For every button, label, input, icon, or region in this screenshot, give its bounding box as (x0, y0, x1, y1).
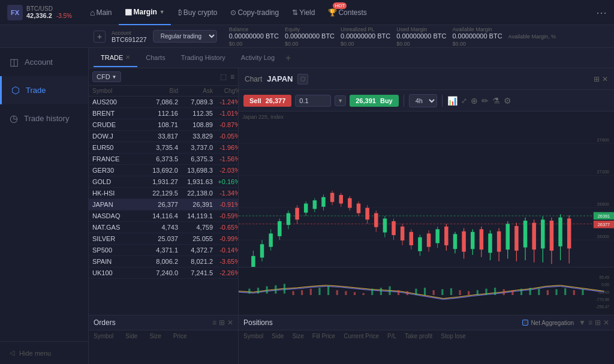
symbol-name: NASDAQ (92, 212, 143, 219)
chart-title-label: Chart (245, 75, 262, 83)
tab-activity-log[interactable]: Activity Log (234, 49, 282, 67)
symbol-sort-button[interactable]: ⬚ (220, 73, 227, 81)
nav-more-button[interactable]: ⋯ (594, 4, 609, 22)
symbol-row[interactable]: AUS2007,086.27,089.3-1.24% (89, 97, 238, 108)
positions-close-button[interactable]: ✕ (603, 318, 609, 327)
positions-col-header: Side (272, 333, 284, 339)
positions-col-headers: SymbolSideSizeFill PriceCurrent PriceP/L… (239, 330, 614, 342)
svg-rect-73 (497, 231, 501, 252)
positions-panel: Positions Net Aggregation ▼ ≡ ⊞ ✕ Symbol… (239, 315, 614, 364)
symbol-row[interactable]: EUR503,735.43,737.0-1.96% (89, 142, 238, 154)
sell-button[interactable]: Sell 26,377 (243, 95, 291, 107)
add-tab-button[interactable]: + (285, 53, 291, 64)
symbol-name: GER30 (92, 167, 143, 174)
symbol-bid: 4,743 (143, 224, 178, 231)
price-value: 42,336.2 (26, 12, 52, 19)
symbol-row[interactable]: GOLD1,931.271,931.63+0.16% (89, 176, 238, 188)
symbol-change: -2.03% (213, 167, 238, 174)
orders-header: Orders ≡ ⊞ ✕ (89, 315, 238, 330)
nav-main[interactable]: ⌂ Main (84, 0, 118, 25)
svg-rect-35 (330, 193, 335, 202)
symbol-row[interactable]: NAT.GAS4,7434,759-0.65% (89, 222, 238, 233)
nav-contests[interactable]: HOT 🏆 Contests (322, 0, 372, 25)
svg-rect-154 (441, 289, 443, 295)
svg-rect-81 (532, 223, 536, 250)
svg-rect-165 (538, 288, 540, 295)
positions-filter-button[interactable]: ▼ (579, 318, 586, 327)
chart-indicator-button[interactable]: ⤢ (461, 97, 467, 105)
chart-settings-button[interactable]: ⚙ (504, 96, 511, 106)
orders-col-header: Symbol (94, 333, 113, 339)
trading-type-select[interactable]: Regular trading (153, 30, 217, 43)
history-icon: ◷ (10, 113, 18, 124)
chart-measure-button[interactable]: ⚗ (492, 96, 500, 106)
orders-close-button[interactable]: ✕ (227, 318, 233, 327)
symbol-row[interactable]: FRANCE6,373.56,375.3-1.56% (89, 154, 238, 165)
symbol-change: -1.96% (213, 144, 238, 151)
symbol-row[interactable]: SILVER25.03725.055-0.99% (89, 233, 238, 245)
sidebar-item-trade-history[interactable]: ◷ Trade history (0, 104, 88, 133)
symbol-row[interactable]: GER3013,692.013,698.3-2.03% (89, 165, 238, 176)
tab-close-icon[interactable]: ✕ (125, 54, 130, 61)
symbol-row[interactable]: DOW.J33,81733,829-0.05% (89, 131, 238, 142)
buy-price-button[interactable]: 26,391 Buy (350, 95, 399, 107)
available-margin-value: 0.00000000 BTC (452, 32, 502, 40)
symbol-change: -2.26% (213, 269, 238, 276)
hide-menu-button[interactable]: ◁ Hide menu (0, 341, 88, 364)
toolbar-sep-2 (442, 95, 443, 107)
symbol-row[interactable]: SP5004,371.14,372.7-0.14% (89, 245, 238, 256)
main-layout: ◫ Account ⬡ Trade ◷ Trade history ◁ Hide… (0, 48, 614, 364)
sidebar-item-account[interactable]: ◫ Account (0, 48, 88, 76)
tab-charts[interactable]: Charts (139, 49, 172, 67)
chart-type-button[interactable]: 📊 (447, 96, 458, 106)
chart-draw-button[interactable]: ✏ (481, 96, 489, 106)
svg-rect-77 (514, 226, 519, 251)
sidebar-account-label: Account (25, 58, 53, 67)
chart-expand-button[interactable]: ⊞ (594, 75, 600, 83)
svg-rect-151 (415, 288, 417, 295)
symbol-row[interactable]: UK1007,240.07,241.5-2.26% (89, 267, 238, 279)
col-symbol: Symbol (92, 88, 143, 94)
sidebar: ◫ Account ⬡ Trade ◷ Trade history ◁ Hide… (0, 48, 89, 364)
symbol-menu-button[interactable]: ≡ (230, 73, 234, 81)
positions-expand-button[interactable]: ⊞ (595, 318, 601, 327)
svg-rect-169 (573, 290, 575, 295)
qty-dropdown-button[interactable]: ▼ (335, 95, 346, 106)
symbol-bid: 22,129.5 (143, 189, 178, 197)
symbol-row[interactable]: SPAIN8,006.28,021.2-3.65% (89, 256, 238, 267)
orders-expand-button[interactable]: ⊞ (219, 318, 225, 327)
symbol-row[interactable]: NASDAQ14,116.414,119.1-0.59% (89, 210, 238, 222)
chevron-left-icon: ◁ (10, 349, 14, 357)
nav-margin[interactable]: ▦ Margin ▼ (119, 0, 170, 25)
symbol-change: -0.99% (213, 235, 238, 242)
symbol-row[interactable]: BRENT112.16112.35-1.01% (89, 108, 238, 119)
chart-panel: Chart JAPAN ⬡ ⊞ ✕ Sell 26,377 ▼ (239, 68, 614, 315)
nav-copy-trading[interactable]: ⊙ Copy-trading (224, 0, 285, 25)
orders-controls: ≡ ⊞ ✕ (212, 318, 233, 327)
svg-rect-160 (494, 288, 496, 295)
svg-text:-65.49: -65.49 (598, 290, 609, 294)
qty-input[interactable] (295, 95, 331, 107)
symbol-row[interactable]: CRUDE108.71108.89-0.87% (89, 119, 238, 131)
chart-symbol-info-button[interactable]: ⬡ (297, 74, 308, 85)
orders-menu-button[interactable]: ≡ (212, 318, 216, 327)
add-account-button[interactable]: + (94, 31, 106, 43)
symbol-row[interactable]: JAPAN26,37726,391-0.91% (89, 199, 238, 210)
tab-trading-history[interactable]: Trading History (174, 49, 233, 67)
nav-yield[interactable]: ⇅ Yield (286, 0, 321, 25)
tab-trade[interactable]: TRADE ✕ (94, 49, 137, 67)
interval-select[interactable]: 4h1h1d (409, 94, 437, 107)
nav-buy-crypto[interactable]: ₿ Buy crypto (172, 0, 224, 25)
svg-rect-79 (523, 221, 528, 248)
positions-menu-button[interactable]: ≡ (588, 318, 592, 327)
svg-rect-132 (248, 288, 250, 293)
chart-close-button[interactable]: ✕ (602, 75, 608, 83)
account-bar: + Account BTC691227 Regular trading Bala… (0, 25, 614, 48)
orders-col-headers: SymbolSideSizePrice (89, 330, 238, 342)
chart-crosshair-button[interactable]: ⊕ (471, 96, 478, 106)
symbol-bid: 4,371.1 (143, 246, 178, 254)
sidebar-item-trade[interactable]: ⬡ Trade (0, 76, 88, 104)
cfd-filter-button[interactable]: CFD ▼ (92, 71, 121, 82)
symbol-row[interactable]: HK-HSI22,129.522,138.0-1.34% (89, 188, 238, 199)
symbol-ask: 7,241.5 (178, 269, 213, 276)
